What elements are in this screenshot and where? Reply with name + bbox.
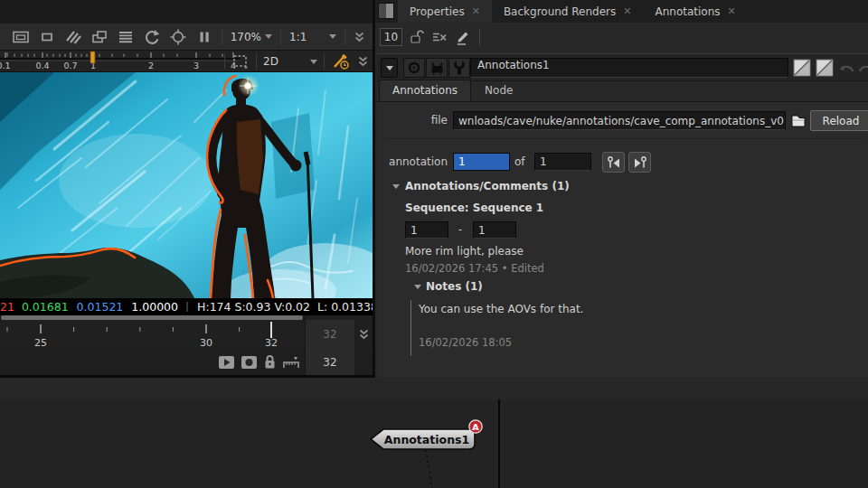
color-readout-bar: 21 0.01681 0.01521 1.00000 H:174 S:0.93 … — [0, 298, 373, 315]
gain-slider[interactable]: 0.1 0.4 0.7 1 2 3 4 — [0, 51, 244, 72]
roi-target-icon[interactable] — [169, 28, 187, 46]
panel-edge-strip — [0, 378, 868, 399]
lock-icon[interactable] — [263, 354, 277, 370]
viewer-panel: 170% 1:1 0.1 — [0, 0, 373, 378]
undo-icon[interactable] — [837, 60, 855, 76]
redo-icon[interactable] — [857, 60, 868, 76]
checkerboard-icon[interactable] — [64, 28, 82, 46]
svg-text:32: 32 — [265, 337, 278, 349]
node-graph-divider — [498, 399, 500, 488]
svg-text:0.4: 0.4 — [35, 61, 49, 70]
pause-icon[interactable] — [195, 28, 213, 46]
zoom-level-dropdown[interactable]: 170% — [231, 31, 272, 43]
play-button[interactable] — [218, 355, 235, 370]
reload-button[interactable]: Reload — [810, 110, 868, 131]
monitor-out-button[interactable] — [426, 58, 448, 78]
chevron-down-icon — [310, 60, 317, 64]
node-label: Annotations1 — [384, 433, 469, 446]
center-node-button[interactable] — [403, 58, 425, 78]
prev-flag-icon — [606, 155, 622, 169]
edit-pencil-icon[interactable] — [455, 29, 470, 45]
close-icon[interactable]: ✕ — [728, 5, 736, 17]
viewer-toolbar: 170% 1:1 — [0, 23, 373, 51]
node-color-swatch[interactable] — [793, 59, 811, 77]
frame-range-icon[interactable] — [282, 354, 300, 370]
note-timestamp: 16/02/2026 18:05 — [419, 336, 512, 349]
range-end-field[interactable]: 1 — [473, 221, 516, 239]
properties-tabbar: Properties ✕ Background Renders ✕ Annota… — [375, 0, 868, 23]
folder-browse-icon[interactable] — [789, 112, 807, 129]
pane-menu-icon[interactable] — [378, 3, 394, 19]
viewer-image[interactable] — [0, 72, 373, 298]
annotations-node[interactable]: Annotations1 — [371, 429, 475, 449]
tab-background-renders[interactable]: Background Renders ✕ — [492, 0, 644, 23]
close-icon[interactable]: ✕ — [472, 5, 480, 17]
current-frame-field[interactable]: 32 — [305, 349, 354, 375]
collapse-timeline-icon[interactable] — [354, 320, 373, 349]
tab-annotations[interactable]: Annotations ✕ — [643, 0, 747, 23]
timeline[interactable]: 25 30 32 — [0, 320, 305, 349]
properties-panel: Properties ✕ Background Renders ✕ Annota… — [375, 0, 868, 378]
of-label: of — [514, 155, 529, 168]
max-panels-field[interactable]: 10 — [380, 28, 402, 46]
viewer-gain-slider-row: 0.1 0.4 0.7 1 2 3 4 2D — [0, 51, 373, 72]
node-name-field[interactable]: Annotations1 — [470, 58, 788, 78]
proxy-ratio-dropdown[interactable]: 1:1 — [289, 31, 336, 43]
next-annotation-button[interactable] — [628, 152, 651, 173]
svg-text:A: A — [472, 422, 479, 432]
svg-text:0.1: 0.1 — [0, 61, 11, 70]
gl-color-swatch[interactable] — [816, 59, 834, 77]
refresh-icon[interactable] — [143, 28, 161, 46]
luma-value: L: 0.01338 — [317, 300, 378, 314]
collapse-triangle-icon[interactable] — [414, 285, 421, 289]
node-panel-content: file wnloads/cave/nuke/annotations/cave_… — [377, 101, 868, 378]
sequence-label: Sequence: Sequence 1 — [405, 202, 543, 214]
chevron-down-icon — [329, 34, 336, 39]
green-value: 0.01681 — [22, 300, 69, 314]
advanced-settings-button[interactable] — [448, 58, 470, 78]
layers-icon[interactable] — [117, 28, 135, 46]
wrench-icon — [452, 60, 467, 76]
node-connection-dotted — [426, 450, 432, 488]
panel-dropdown-button[interactable] — [381, 58, 398, 78]
tab-properties[interactable]: Properties ✕ — [398, 0, 492, 23]
collapse-toolbar-icon[interactable] — [357, 54, 369, 69]
end-frame-field[interactable]: 32 — [305, 320, 354, 349]
range-dash: - — [455, 223, 466, 236]
divider — [386, 138, 863, 140]
input-process-icon[interactable] — [331, 52, 351, 70]
toolbar-separator — [256, 53, 257, 70]
crop-region-icon[interactable] — [38, 28, 56, 46]
file-path-field[interactable]: wnloads/cave/nuke/annotations/cave_comp_… — [453, 111, 786, 130]
wipe-compare-icon[interactable] — [90, 28, 108, 46]
clear-panels-icon[interactable] — [431, 30, 448, 44]
toolbar-separator — [324, 53, 325, 70]
prev-annotation-button[interactable] — [602, 152, 625, 173]
hsv-values: H:174 S:0.93 V:0.02 — [197, 300, 310, 314]
marquee-select-icon[interactable] — [231, 52, 250, 70]
blue-value: 0.01521 — [77, 300, 124, 314]
collapse-triangle-icon[interactable] — [392, 184, 400, 189]
frame-format-icon[interactable] — [12, 28, 30, 46]
zoom-level-value: 170% — [231, 31, 261, 43]
unlock-icon[interactable] — [410, 29, 424, 44]
notes-group-header[interactable]: Notes (1) — [426, 280, 483, 293]
file-label: file — [377, 114, 448, 127]
annotation-count-field[interactable]: 1 — [534, 153, 591, 171]
svg-text:30: 30 — [200, 337, 212, 349]
tab-node-annotations[interactable]: Annotations — [379, 80, 471, 101]
range-start-field[interactable]: 1 — [405, 221, 448, 239]
close-icon[interactable]: ✕ — [623, 5, 631, 17]
view-mode-dropdown[interactable]: 2D — [263, 55, 317, 68]
gain-slider-handle[interactable] — [90, 52, 95, 63]
chevron-down-icon — [265, 34, 272, 39]
comments-group-header[interactable]: Annotations/Comments (1) — [405, 180, 570, 192]
svg-text:3: 3 — [193, 61, 199, 70]
tab-node-node[interactable]: Node — [471, 80, 526, 101]
record-button[interactable] — [241, 355, 258, 370]
node-tabs: Annotations Node — [377, 81, 868, 101]
node-graph-panel[interactable]: Annotations1 A — [0, 399, 868, 488]
svg-text:2: 2 — [148, 61, 154, 70]
annotation-index-field[interactable]: 1 — [453, 153, 510, 171]
collapse-toolbar-icon[interactable] — [354, 30, 365, 44]
